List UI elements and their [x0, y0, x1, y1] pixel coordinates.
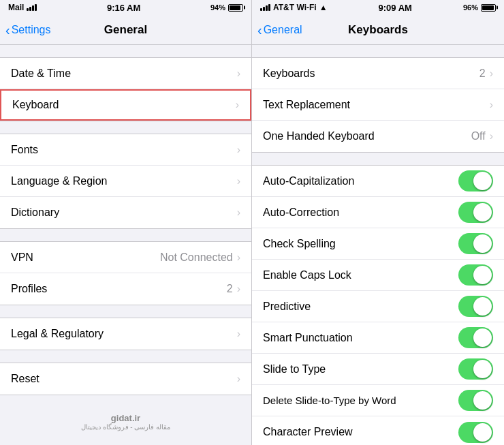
spacer-top-right — [252, 45, 504, 57]
profiles-label: Profiles — [11, 283, 47, 295]
right-toggle-group: Auto-Capitalization Auto-Correction Chec… — [252, 165, 504, 445]
spacer-3 — [0, 305, 251, 318]
spacer-right-2 — [252, 153, 504, 165]
left-panel: Mail 9:16 AM 94% ‹ Settings General — [0, 0, 252, 445]
fonts-row[interactable]: Fonts › — [0, 134, 251, 166]
signal-bar-2 — [29, 7, 31, 11]
battery-fill-left — [230, 5, 240, 10]
smart-punctuation-row[interactable]: Smart Punctuation — [252, 322, 504, 354]
keyboard-chevron: › — [236, 99, 239, 111]
date-time-row[interactable]: Date & Time › — [0, 58, 251, 89]
auto-correction-row[interactable]: Auto-Correction — [252, 197, 504, 228]
battery-icon-left — [228, 4, 243, 12]
right-status-left: AT&T Wi-Fi ▲ — [260, 3, 328, 12]
auto-capitalization-label: Auto-Capitalization — [263, 175, 354, 187]
profiles-chevron: › — [237, 283, 240, 295]
one-handed-keyboard-chevron: › — [490, 130, 493, 142]
right-carrier-label: AT&T Wi-Fi — [273, 3, 317, 12]
keyboard-row[interactable]: Keyboard › — [0, 89, 251, 121]
character-preview-toggle[interactable] — [458, 422, 493, 443]
spacer-1 — [0, 121, 251, 134]
one-handed-keyboard-row[interactable]: One Handed Keyboard Off › — [252, 121, 504, 152]
battery-fill-right — [482, 5, 494, 10]
legal-regulatory-row[interactable]: Legal & Regulatory › — [0, 318, 251, 350]
vpn-row[interactable]: VPN Not Connected › — [0, 242, 251, 273]
signal-bar-4 — [35, 4, 37, 11]
check-spelling-label: Check Spelling — [263, 238, 336, 250]
vpn-chevron: › — [237, 251, 240, 264]
enable-caps-lock-toggle[interactable] — [458, 264, 493, 286]
right-signal-bar-1 — [260, 8, 262, 11]
left-time: 9:16 AM — [107, 3, 140, 13]
predictive-label: Predictive — [263, 301, 311, 313]
spacer-4 — [0, 350, 251, 363]
battery-icon-right — [481, 4, 496, 12]
dictionary-chevron: › — [237, 206, 240, 219]
date-time-right: › — [237, 67, 240, 80]
profiles-right: 2 › — [227, 283, 240, 295]
left-status-left: Mail — [8, 3, 37, 12]
keyboards-value: 2 — [479, 67, 486, 80]
vpn-right: Not Connected › — [160, 251, 240, 264]
check-spelling-row[interactable]: Check Spelling — [252, 228, 504, 260]
predictive-row[interactable]: Predictive — [252, 291, 504, 322]
fonts-label: Fonts — [11, 144, 38, 156]
dictionary-right: › — [237, 206, 240, 219]
reset-chevron: › — [237, 373, 240, 385]
reset-row[interactable]: Reset › — [0, 363, 251, 395]
vpn-label: VPN — [11, 251, 33, 264]
auto-correction-toggle[interactable] — [458, 202, 493, 223]
left-nav-title: General — [104, 23, 147, 37]
predictive-toggle[interactable] — [458, 296, 493, 317]
auto-capitalization-row[interactable]: Auto-Capitalization — [252, 166, 504, 197]
auto-capitalization-toggle[interactable] — [458, 170, 493, 191]
language-region-row[interactable]: Language & Region › — [0, 166, 251, 197]
right-nav-title: Keyboards — [348, 23, 408, 37]
language-region-right: › — [237, 175, 240, 187]
check-spelling-toggle[interactable] — [458, 233, 493, 254]
character-preview-row[interactable]: Character Preview — [252, 416, 504, 445]
slide-to-type-toggle[interactable] — [458, 358, 493, 380]
left-status-right: 94% — [210, 3, 243, 12]
one-handed-keyboard-right: Off › — [471, 130, 493, 142]
spacer-2 — [0, 229, 251, 241]
left-back-button[interactable]: ‹ Settings — [5, 23, 50, 37]
legal-regulatory-right: › — [237, 328, 240, 340]
right-panel: AT&T Wi-Fi ▲ 9:09 AM 96% ‹ General Keybo… — [252, 0, 504, 445]
keyboards-row[interactable]: Keyboards 2 › — [252, 58, 504, 89]
left-group-3: VPN Not Connected › Profiles 2 › — [0, 241, 251, 305]
right-nav-bar: ‹ General Keyboards — [252, 15, 504, 45]
right-back-button[interactable]: ‹ General — [257, 23, 302, 37]
left-group-4: Legal & Regulatory › — [0, 318, 251, 350]
text-replacement-label: Text Replacement — [263, 99, 350, 111]
right-wifi-icon: ▲ — [319, 3, 328, 12]
reset-label: Reset — [11, 373, 40, 385]
watermark-text: مقاله فارسی - فروشگاه دیجیتال — [5, 423, 246, 431]
slide-to-type-row[interactable]: Slide to Type — [252, 354, 504, 385]
date-time-label: Date & Time — [11, 67, 71, 80]
left-group-5: Reset › — [0, 363, 251, 395]
profiles-value: 2 — [227, 283, 233, 295]
right-signal-bar-4 — [268, 4, 270, 11]
dictionary-row[interactable]: Dictionary › — [0, 197, 251, 228]
right-back-chevron: ‹ — [257, 23, 262, 37]
battery-pct-right: 96% — [463, 3, 478, 12]
smart-punctuation-label: Smart Punctuation — [263, 332, 353, 344]
delete-slide-to-type-toggle[interactable] — [458, 390, 493, 411]
text-replacement-row[interactable]: Text Replacement › — [252, 89, 504, 121]
delete-slide-to-type-row[interactable]: Delete Slide-to-Type by Word — [252, 385, 504, 416]
left-group-2: Fonts › Language & Region › Dictionary › — [0, 134, 251, 229]
enable-caps-lock-row[interactable]: Enable Caps Lock — [252, 260, 504, 291]
left-group-1: Date & Time › Keyboard › — [0, 57, 251, 121]
profiles-row[interactable]: Profiles 2 › — [0, 273, 251, 305]
signal-bar-1 — [27, 8, 29, 11]
date-time-chevron: › — [237, 67, 240, 80]
text-replacement-right: › — [490, 99, 493, 111]
dictionary-label: Dictionary — [11, 206, 59, 219]
right-signal-bar-3 — [266, 5, 268, 11]
smart-punctuation-toggle[interactable] — [458, 327, 493, 348]
watermark-left: gidat.ir مقاله فارسی - فروشگاه دیجیتال — [0, 408, 251, 436]
fonts-right: › — [237, 144, 240, 156]
right-signal-bar-2 — [263, 7, 265, 11]
character-preview-label: Character Preview — [263, 426, 353, 438]
